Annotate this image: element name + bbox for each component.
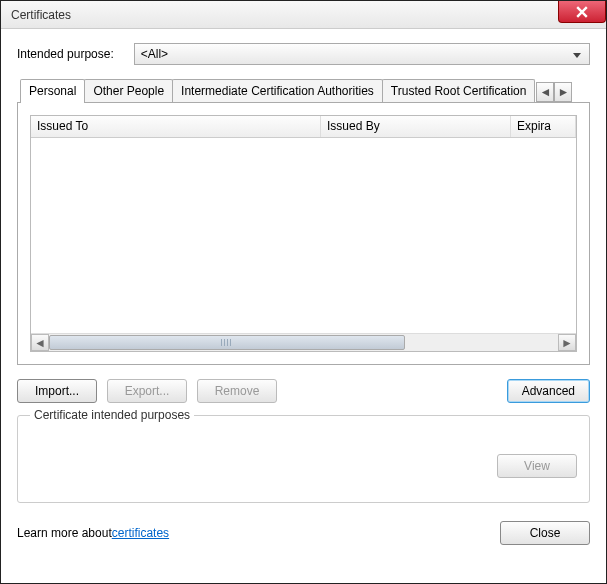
button-label: Advanced <box>522 384 575 398</box>
scroll-track[interactable] <box>49 334 558 351</box>
tab-label: Trusted Root Certification <box>391 84 527 98</box>
intended-purpose-select[interactable]: <All> <box>134 43 590 65</box>
col-issued-to[interactable]: Issued To <box>31 116 321 137</box>
advanced-button[interactable]: Advanced <box>507 379 590 403</box>
button-label: View <box>524 459 550 473</box>
certificates-dialog: Certificates Intended purpose: <All> Per… <box>0 0 607 584</box>
scroll-left-button[interactable]: ◄ <box>31 334 49 351</box>
chevron-right-icon: ► <box>561 336 573 350</box>
group-title: Certificate intended purposes <box>30 408 194 422</box>
import-button[interactable]: Import... <box>17 379 97 403</box>
tab-strip: Personal Other People Intermediate Certi… <box>17 79 590 103</box>
intended-purposes-group: Certificate intended purposes View <box>17 415 590 503</box>
learn-more-text: Learn more about <box>17 526 112 540</box>
button-label: Import... <box>35 384 79 398</box>
view-button[interactable]: View <box>497 454 577 478</box>
tab-personal[interactable]: Personal <box>20 79 85 103</box>
tab-label: Personal <box>29 84 76 98</box>
window-close-button[interactable] <box>558 1 606 23</box>
close-button[interactable]: Close <box>500 521 590 545</box>
tab-label: Intermediate Certification Authorities <box>181 84 374 98</box>
button-label: Export... <box>125 384 170 398</box>
tab-intermediate-ca[interactable]: Intermediate Certification Authorities <box>172 79 383 102</box>
close-icon <box>576 6 588 18</box>
button-label: Close <box>530 526 561 540</box>
titlebar: Certificates <box>1 1 606 29</box>
list-header: Issued To Issued By Expira <box>31 116 576 138</box>
scroll-right-button[interactable]: ► <box>558 334 576 351</box>
col-expiration[interactable]: Expira <box>511 116 576 137</box>
tab-scroll-right[interactable]: ► <box>554 82 572 102</box>
remove-button[interactable]: Remove <box>197 379 277 403</box>
tab-trusted-root[interactable]: Trusted Root Certification <box>382 79 536 102</box>
intended-purpose-label: Intended purpose: <box>17 47 114 61</box>
certificate-list[interactable]: Issued To Issued By Expira ◄ ► <box>30 115 577 352</box>
tab-label: Other People <box>93 84 164 98</box>
tab-panel: Issued To Issued By Expira ◄ ► <box>17 103 590 365</box>
chevron-right-icon: ► <box>558 85 570 99</box>
certificates-link[interactable]: certificates <box>112 526 169 540</box>
chevron-left-icon: ◄ <box>540 85 552 99</box>
tab-other-people[interactable]: Other People <box>84 79 173 102</box>
horizontal-scrollbar[interactable]: ◄ ► <box>31 333 576 351</box>
export-button[interactable]: Export... <box>107 379 187 403</box>
intended-purpose-value: <All> <box>141 47 168 61</box>
col-issued-by[interactable]: Issued By <box>321 116 511 137</box>
list-body[interactable] <box>31 138 576 333</box>
button-label: Remove <box>215 384 260 398</box>
scroll-thumb[interactable] <box>49 335 405 350</box>
chevron-left-icon: ◄ <box>34 336 46 350</box>
window-title: Certificates <box>11 8 71 22</box>
tab-scroll-left[interactable]: ◄ <box>536 82 554 102</box>
